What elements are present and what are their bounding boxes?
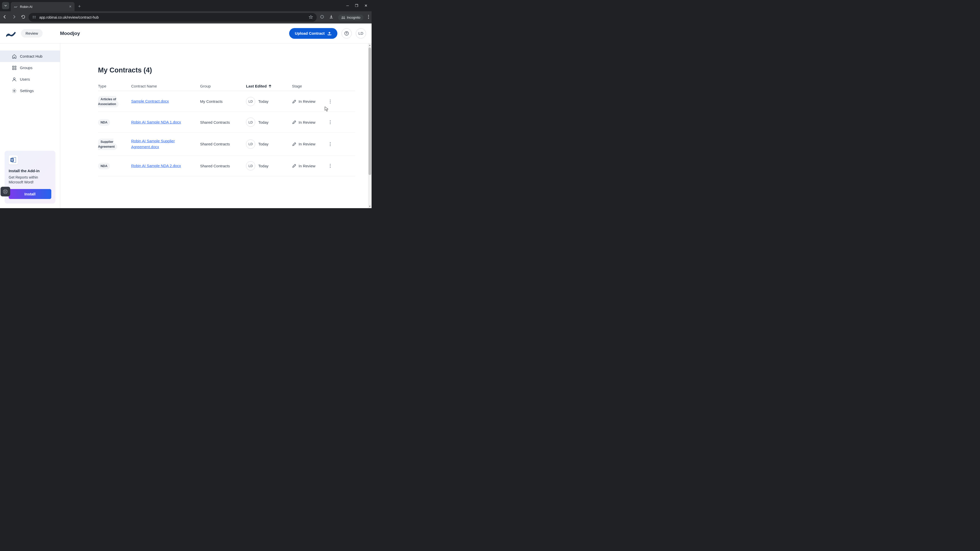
svg-point-13 xyxy=(14,90,15,91)
browser-menu-icon[interactable] xyxy=(368,15,369,20)
sort-asc-icon xyxy=(268,84,272,88)
table-row: Supplier Agreement Robin AI Sample Suppl… xyxy=(98,133,355,156)
contract-link[interactable]: Robin AI Sample NDA 2.docx xyxy=(131,164,181,168)
tab-close-icon[interactable]: × xyxy=(69,4,72,9)
edit-icon xyxy=(292,164,297,168)
svg-rect-0 xyxy=(33,16,34,17)
site-settings-icon[interactable] xyxy=(32,15,36,20)
window-maximize-icon[interactable]: ❐ xyxy=(355,3,358,8)
row-menu-button[interactable] xyxy=(325,99,335,104)
review-tab[interactable]: Review xyxy=(21,29,43,38)
bookmark-icon[interactable] xyxy=(309,15,313,20)
editor-avatar: LD xyxy=(246,97,255,106)
sidebar: Contract Hub Groups Users Settings W Ins… xyxy=(0,43,60,208)
svg-point-12 xyxy=(14,78,15,79)
row-menu-button[interactable] xyxy=(325,142,335,146)
back-button[interactable] xyxy=(3,14,7,20)
sidebar-item-contract-hub[interactable]: Contract Hub xyxy=(0,51,60,62)
scrollbar[interactable]: ▲ ▼ xyxy=(368,43,372,208)
editor-avatar: LD xyxy=(246,118,255,127)
sidebar-item-settings[interactable]: Settings xyxy=(0,85,60,97)
robin-logo[interactable] xyxy=(6,30,16,37)
sidebar-item-groups[interactable]: Groups xyxy=(0,62,60,73)
extensions-icon[interactable] xyxy=(320,14,325,20)
tab-title: Robin AI xyxy=(20,5,67,9)
scroll-up-icon[interactable]: ▲ xyxy=(368,43,372,47)
svg-point-24 xyxy=(330,144,331,144)
type-chip: Supplier Agreement xyxy=(98,138,117,150)
svg-rect-2 xyxy=(33,17,34,18)
app-root: Review Moodjoy Upload Contract LD Contra… xyxy=(0,24,372,208)
word-icon: W xyxy=(9,156,18,165)
svg-point-6 xyxy=(368,18,369,19)
sidebar-item-label: Contract Hub xyxy=(20,54,42,59)
svg-text:W: W xyxy=(11,159,14,162)
grid-icon xyxy=(12,65,17,70)
svg-point-5 xyxy=(368,16,369,17)
browser-tab[interactable]: Robin AI × xyxy=(11,2,75,11)
new-tab-button[interactable]: + xyxy=(78,4,81,9)
edited-time: Today xyxy=(258,99,269,103)
table-row: NDA Robin AI Sample NDA 1.docx Shared Co… xyxy=(98,112,355,133)
reload-button[interactable] xyxy=(21,14,25,20)
upload-label: Upload Contract xyxy=(295,31,325,35)
row-menu-button[interactable] xyxy=(325,120,335,124)
contract-link[interactable]: Sample Contract.docx xyxy=(131,99,169,103)
forward-button[interactable] xyxy=(12,14,16,20)
col-group[interactable]: Group xyxy=(200,84,246,88)
col-edited-label: Last Edited xyxy=(246,84,267,88)
chevron-down-icon xyxy=(4,4,7,7)
row-menu-button[interactable] xyxy=(325,164,335,168)
svg-point-18 xyxy=(330,101,331,102)
window-minimize-icon[interactable]: ─ xyxy=(346,3,349,8)
help-button[interactable] xyxy=(342,28,352,38)
gear-icon xyxy=(12,88,17,94)
table-row: NDA Robin AI Sample NDA 2.docx Shared Co… xyxy=(98,156,355,176)
kebab-icon xyxy=(330,120,331,124)
addin-promo-card: W Install the Add-in Get Reports within … xyxy=(5,151,56,203)
stage-label: In Review xyxy=(299,142,315,146)
edited-time: Today xyxy=(258,164,269,168)
contract-link[interactable]: Robin AI Sample NDA 1.docx xyxy=(131,120,181,124)
col-edited[interactable]: Last Edited xyxy=(246,84,292,88)
user-avatar[interactable]: LD xyxy=(356,28,366,38)
address-bar[interactable]: app.robinai.co.uk/review/contract-hub xyxy=(29,13,317,22)
window-close-icon[interactable]: ✕ xyxy=(364,3,368,8)
upload-contract-button[interactable]: Upload Contract xyxy=(289,28,337,39)
avatar-initials: LD xyxy=(358,31,363,35)
incognito-indicator[interactable]: Incognito xyxy=(338,14,363,21)
user-icon xyxy=(12,77,17,82)
kebab-icon xyxy=(330,99,331,104)
svg-point-17 xyxy=(330,100,331,100)
editor-avatar: LD xyxy=(246,161,255,170)
incognito-icon xyxy=(341,16,345,19)
svg-point-20 xyxy=(330,121,331,121)
support-widget[interactable] xyxy=(0,187,10,197)
help-icon xyxy=(344,31,349,36)
col-name[interactable]: Contract Name xyxy=(131,84,200,88)
group-cell: Shared Contracts xyxy=(200,120,246,124)
tab-search-dropdown[interactable] xyxy=(2,2,9,9)
url-text: app.robinai.co.uk/review/contract-hub xyxy=(39,15,305,19)
browser-toolbar: app.robinai.co.uk/review/contract-hub In… xyxy=(0,11,372,24)
stage-label: In Review xyxy=(299,164,315,168)
addin-description: Get Reports within Microsoft Word! xyxy=(9,175,51,185)
svg-point-22 xyxy=(330,124,331,124)
sidebar-item-label: Users xyxy=(20,77,30,81)
col-stage[interactable]: Stage xyxy=(292,84,325,88)
scrollbar-thumb[interactable] xyxy=(369,48,371,175)
addin-install-button[interactable]: Install xyxy=(9,189,51,199)
upload-icon xyxy=(327,31,332,36)
workspace-name: Moodjoy xyxy=(60,30,80,36)
edit-icon xyxy=(292,142,297,146)
scroll-down-icon[interactable]: ▼ xyxy=(368,205,372,208)
sidebar-item-users[interactable]: Users xyxy=(0,73,60,85)
svg-point-28 xyxy=(330,167,331,168)
addin-title: Install the Add-in xyxy=(9,168,51,173)
svg-point-27 xyxy=(330,165,331,166)
contract-link[interactable]: Robin AI Sample Supplier Agreement.docx xyxy=(131,139,175,149)
downloads-icon[interactable] xyxy=(329,14,334,20)
svg-rect-3 xyxy=(35,17,36,18)
editor-avatar: LD xyxy=(246,140,255,149)
col-type[interactable]: Type xyxy=(98,84,131,88)
